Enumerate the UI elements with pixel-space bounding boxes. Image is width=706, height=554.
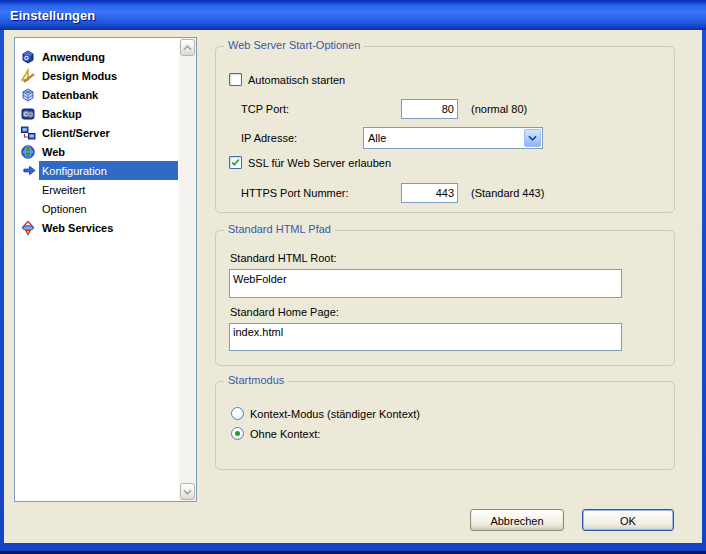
group-standard-html-path: Standard HTML Pfad Standard HTML Root: S… bbox=[215, 230, 675, 366]
settings-category-list: Anwendung Design Modus Datenbank bbox=[14, 37, 197, 502]
tcp-port-note: (normal 80) bbox=[471, 103, 527, 115]
sidebar-item-label: Design Modus bbox=[42, 70, 117, 82]
ssl-checkbox[interactable] bbox=[229, 156, 242, 169]
sidebar-item-web[interactable]: Web bbox=[15, 142, 178, 161]
https-port-label: HTTPS Port Nummer: bbox=[241, 187, 349, 199]
sidebar-item-backup[interactable]: Backup bbox=[15, 104, 178, 123]
html-root-input[interactable] bbox=[229, 269, 622, 298]
sidebar-item-design-modus[interactable]: Design Modus bbox=[15, 66, 178, 85]
group-web-server-start-options: Web Server Start-Optionen Automatisch st… bbox=[215, 46, 675, 213]
no-context-radio[interactable] bbox=[231, 427, 244, 440]
tcp-port-label: TCP Port: bbox=[241, 103, 289, 115]
group-title: Standard HTML Pfad bbox=[224, 223, 335, 235]
auto-start-label[interactable]: Automatisch starten bbox=[248, 74, 345, 86]
cancel-button[interactable]: Abbrechen bbox=[470, 509, 564, 531]
ip-address-select[interactable]: Alle bbox=[363, 127, 543, 149]
sidebar-item-konfiguration[interactable]: Konfiguration bbox=[15, 161, 178, 180]
sidebar-item-web-services[interactable]: Web Services bbox=[15, 218, 178, 237]
group-title: Web Server Start-Optionen bbox=[224, 39, 364, 51]
tcp-port-input[interactable] bbox=[401, 99, 458, 119]
sidebar-item-label: Web Services bbox=[42, 222, 113, 234]
context-mode-label[interactable]: Kontext-Modus (ständiger Kontext) bbox=[250, 408, 420, 420]
sidebar-item-datenbank[interactable]: Datenbank bbox=[15, 85, 178, 104]
sidebar-item-label: Datenbank bbox=[42, 89, 98, 101]
html-root-label: Standard HTML Root: bbox=[230, 252, 337, 264]
home-page-label: Standard Home Page: bbox=[230, 306, 339, 318]
database-cube-icon bbox=[20, 87, 36, 103]
ok-button[interactable]: OK bbox=[582, 509, 674, 531]
sidebar-item-label: Anwendung bbox=[42, 51, 105, 63]
window-title: Einstellungen bbox=[0, 8, 95, 23]
chevron-down-icon bbox=[183, 489, 192, 495]
home-page-input[interactable] bbox=[229, 323, 622, 351]
sidebar-item-label: Optionen bbox=[42, 203, 87, 215]
globe-icon bbox=[20, 144, 36, 160]
title-bar[interactable]: Einstellungen bbox=[0, 0, 706, 30]
chevron-up-icon bbox=[183, 45, 192, 51]
https-port-input[interactable] bbox=[401, 183, 458, 203]
ip-address-value: Alle bbox=[364, 132, 523, 144]
scrollbar-up-button[interactable] bbox=[180, 39, 195, 56]
client-server-icon bbox=[20, 125, 36, 141]
group-start-mode: Startmodus Kontext-Modus (ständiger Kont… bbox=[215, 381, 675, 470]
sidebar-item-anwendung[interactable]: Anwendung bbox=[15, 47, 178, 66]
https-port-note: (Standard 443) bbox=[471, 187, 544, 199]
sidebar-item-client-server[interactable]: Client/Server bbox=[15, 123, 178, 142]
ip-address-label: IP Adresse: bbox=[241, 132, 297, 144]
context-mode-radio[interactable] bbox=[231, 407, 244, 420]
sidebar-item-label: Erweitert bbox=[42, 184, 85, 196]
sidebar-item-optionen[interactable]: Optionen bbox=[15, 199, 178, 218]
sidebar-scrollbar[interactable] bbox=[179, 38, 196, 501]
backup-disks-icon bbox=[20, 106, 36, 122]
sidebar-item-label: Web bbox=[42, 146, 65, 158]
settings-dialog: Einstellungen Anwendung Design Modus bbox=[0, 0, 706, 554]
group-title: Startmodus bbox=[224, 374, 288, 386]
combo-drop-button[interactable] bbox=[524, 129, 541, 147]
application-cube-icon bbox=[20, 49, 36, 65]
web-services-icon bbox=[20, 220, 36, 236]
sidebar-item-erweitert[interactable]: Erweitert bbox=[15, 180, 178, 199]
chevron-down-icon bbox=[528, 135, 537, 141]
ssl-label[interactable]: SSL für Web Server erlauben bbox=[248, 157, 391, 169]
dialog-content: Anwendung Design Modus Datenbank bbox=[4, 30, 702, 543]
no-context-label[interactable]: Ohne Kontext: bbox=[250, 428, 320, 440]
scrollbar-down-button[interactable] bbox=[180, 483, 195, 500]
sidebar-item-label: Client/Server bbox=[42, 127, 110, 139]
arrow-right-icon bbox=[22, 163, 37, 178]
sidebar-item-label: Konfiguration bbox=[42, 165, 107, 177]
sidebar-item-label: Backup bbox=[42, 108, 82, 120]
check-icon bbox=[230, 157, 241, 168]
auto-start-checkbox[interactable] bbox=[229, 73, 242, 86]
design-tools-icon bbox=[20, 68, 36, 84]
